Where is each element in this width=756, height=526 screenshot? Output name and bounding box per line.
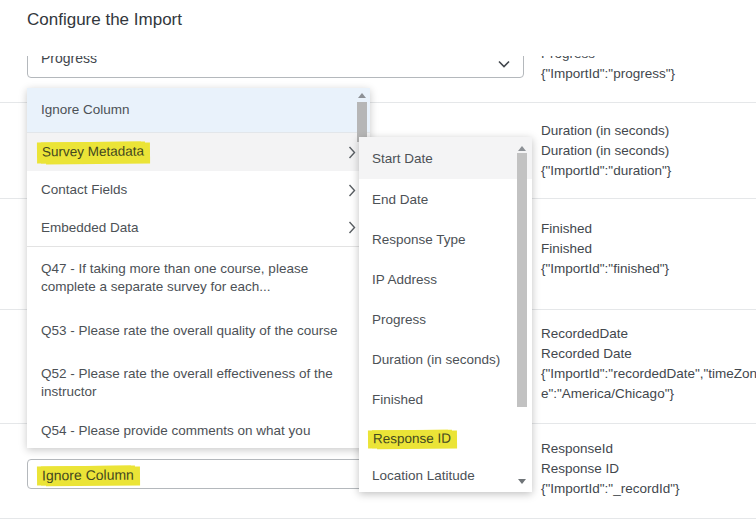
chevron-right-icon <box>348 221 356 234</box>
field-import-json: {"ImportId":"finished"} <box>541 259 756 279</box>
menu-item-embedded-data[interactable]: Embedded Data <box>27 209 370 247</box>
field-label: Recorded Date <box>541 344 756 364</box>
submenu-item-label: Response ID <box>372 430 452 448</box>
menu-item-label: Q52 - Please rate the overall effectiven… <box>41 365 356 401</box>
menu-item-label: Contact Fields <box>41 181 348 199</box>
field-import-json: {"ImportId":"duration"} <box>541 161 756 181</box>
chevron-down-icon <box>498 60 510 68</box>
select-value: Ignore Column <box>41 466 135 485</box>
menu-item-q54[interactable]: Q54 - Please provide comments on what yo… <box>27 414 370 448</box>
field-label: Response ID <box>541 459 756 479</box>
submenu-item-label: Progress <box>372 312 426 327</box>
field-import-json: {"ImportId":"_recordId"} <box>541 479 756 499</box>
configure-import-dialog: Progress {"ImportId":"progress"} Duratio… <box>0 0 756 526</box>
field-header: Finished <box>541 219 756 239</box>
chevron-right-icon <box>348 184 356 197</box>
scroll-up-icon[interactable] <box>358 93 366 98</box>
scroll-up-icon[interactable] <box>518 146 526 151</box>
field-header: ResponseId <box>541 439 756 459</box>
submenu-item-label: End Date <box>372 192 428 207</box>
submenu-item-progress[interactable]: Progress <box>359 299 532 339</box>
highlight-annotation: Response ID <box>372 430 452 449</box>
field-import-json: {"ImportId":"progress"} <box>541 64 756 84</box>
submenu-item-label: Duration (in seconds) <box>372 352 500 367</box>
highlight-annotation: Survey Metadata <box>41 141 145 163</box>
field-label: Duration (in seconds) <box>541 141 756 161</box>
chevron-right-icon <box>348 146 356 159</box>
menu-item-label: Survey Metadata <box>41 142 348 163</box>
menu-item-contact-fields[interactable]: Contact Fields <box>27 171 370 209</box>
column-mapping-dropdown: Ignore Column Survey Metadata Contact Fi… <box>27 88 370 448</box>
field-header: Duration (in seconds) <box>541 121 756 141</box>
page-title: Configure the Import <box>27 10 182 30</box>
survey-metadata-submenu: Start Date End Date Response Type IP Add… <box>359 137 532 492</box>
submenu-item-label: Finished <box>372 392 423 407</box>
field-import-json: {"ImportId":"recordedDate","timeZone":"A… <box>541 364 756 404</box>
menu-item-label: Ignore Column <box>41 101 356 119</box>
submenu-scrollbar[interactable] <box>517 137 527 492</box>
submenu-item-label: IP Address <box>372 272 437 287</box>
submenu-item-finished[interactable]: Finished <box>359 379 532 419</box>
submenu-item-start-date[interactable]: Start Date <box>359 137 532 179</box>
submenu-item-label: Response Type <box>372 232 466 247</box>
field-label: Finished <box>541 239 756 259</box>
submenu-item-location-latitude[interactable]: Location Latitude <box>359 459 532 492</box>
field-description-recorded-date: RecordedDate Recorded Date {"ImportId":"… <box>541 324 756 404</box>
menu-item-ignore-column[interactable]: Ignore Column <box>27 88 370 133</box>
menu-item-q52[interactable]: Q52 - Please rate the overall effectiven… <box>27 352 370 414</box>
menu-item-label: Q47 - If taking more than one course, pl… <box>41 260 356 296</box>
submenu-item-response-id[interactable]: Response ID <box>359 419 532 459</box>
menu-item-q47[interactable]: Q47 - If taking more than one course, pl… <box>27 247 370 309</box>
field-header: RecordedDate <box>541 324 756 344</box>
submenu-item-ip-address[interactable]: IP Address <box>359 259 532 299</box>
submenu-item-end-date[interactable]: End Date <box>359 179 532 219</box>
scrollbar-thumb[interactable] <box>517 153 527 407</box>
menu-item-survey-metadata[interactable]: Survey Metadata <box>27 133 370 171</box>
field-description-response-id: ResponseId Response ID {"ImportId":"_rec… <box>541 439 756 499</box>
scroll-down-icon[interactable] <box>518 479 526 484</box>
highlight-annotation: Ignore Column <box>41 466 135 486</box>
menu-item-label: Q54 - Please provide comments on what yo… <box>41 422 356 440</box>
menu-item-label: Embedded Data <box>41 219 348 237</box>
menu-item-q53[interactable]: Q53 - Please rate the overall quality of… <box>27 309 370 352</box>
field-description-duration: Duration (in seconds) Duration (in secon… <box>541 121 756 181</box>
scrollbar-thumb[interactable] <box>357 102 367 142</box>
submenu-item-label: Location Latitude <box>372 468 475 483</box>
field-description-finished: Finished Finished {"ImportId":"finished"… <box>541 219 756 279</box>
menu-item-label: Q53 - Please rate the overall quality of… <box>41 322 356 340</box>
submenu-item-label: Start Date <box>372 151 433 166</box>
submenu-item-response-type[interactable]: Response Type <box>359 219 532 259</box>
submenu-item-duration[interactable]: Duration (in seconds) <box>359 339 532 379</box>
row-separator <box>0 518 756 519</box>
